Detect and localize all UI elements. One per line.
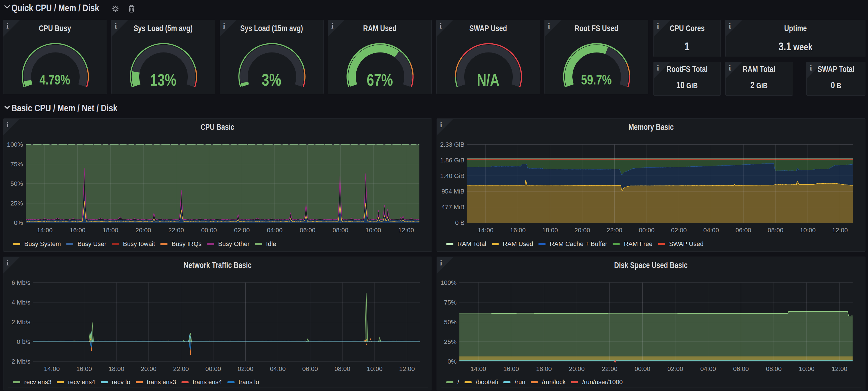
svg-text:04:00: 04:00: [700, 365, 716, 372]
svg-text:02:00: 02:00: [234, 227, 250, 234]
svg-text:20:00: 20:00: [575, 227, 590, 234]
svg-text:14:00: 14:00: [37, 227, 53, 234]
svg-text:12:00: 12:00: [399, 365, 414, 372]
svg-text:18:00: 18:00: [536, 365, 552, 372]
svg-text:20:00: 20:00: [141, 365, 156, 372]
svg-text:1.40 GiB: 1.40 GiB: [440, 172, 465, 180]
svg-text:16:00: 16:00: [70, 227, 85, 234]
svg-text:08:00: 08:00: [334, 365, 350, 372]
svg-text:18:00: 18:00: [108, 365, 124, 372]
svg-text:50%: 50%: [10, 180, 23, 187]
svg-text:00:00: 00:00: [639, 227, 655, 234]
svg-text:16:00: 16:00: [503, 365, 519, 372]
svg-text:6 Mb/s: 6 Mb/s: [11, 279, 30, 286]
svg-text:16:00: 16:00: [76, 365, 92, 372]
svg-text:00:00: 00:00: [201, 227, 217, 234]
svg-text:02:00: 02:00: [671, 227, 687, 234]
svg-text:14:00: 14:00: [44, 365, 60, 372]
svg-text:-2 Mb/s: -2 Mb/s: [9, 358, 30, 365]
svg-text:18:00: 18:00: [102, 227, 118, 234]
svg-text:954 MiB: 954 MiB: [441, 188, 465, 195]
svg-text:22:00: 22:00: [602, 365, 617, 372]
svg-text:10:00: 10:00: [799, 365, 814, 372]
svg-text:12:00: 12:00: [398, 227, 414, 234]
svg-text:02:00: 02:00: [668, 365, 683, 372]
svg-text:22:00: 22:00: [168, 227, 184, 234]
svg-text:04:00: 04:00: [703, 227, 719, 234]
svg-text:10:00: 10:00: [800, 227, 815, 234]
svg-text:16:00: 16:00: [510, 227, 526, 234]
svg-text:0 B: 0 B: [455, 219, 465, 226]
svg-text:4 Mb/s: 4 Mb/s: [11, 299, 30, 306]
svg-text:08:00: 08:00: [768, 227, 783, 234]
svg-text:100%: 100%: [7, 141, 23, 148]
svg-text:10:00: 10:00: [365, 227, 381, 234]
svg-text:12:00: 12:00: [832, 227, 848, 234]
svg-text:14:00: 14:00: [470, 365, 486, 372]
svg-text:20:00: 20:00: [135, 227, 151, 234]
svg-text:08:00: 08:00: [333, 227, 348, 234]
svg-text:04:00: 04:00: [270, 365, 286, 372]
svg-text:06:00: 06:00: [300, 227, 315, 234]
svg-text:08:00: 08:00: [766, 365, 781, 372]
svg-text:02:00: 02:00: [238, 365, 253, 372]
svg-text:10:00: 10:00: [367, 365, 382, 372]
svg-text:25%: 25%: [10, 200, 23, 207]
svg-text:20:00: 20:00: [569, 365, 585, 372]
svg-text:06:00: 06:00: [736, 227, 751, 234]
svg-text:18:00: 18:00: [542, 227, 558, 234]
svg-text:06:00: 06:00: [733, 365, 749, 372]
svg-text:22:00: 22:00: [607, 227, 622, 234]
svg-text:50%: 50%: [444, 319, 457, 326]
svg-text:0 b/s: 0 b/s: [17, 338, 30, 345]
svg-text:2 Mb/s: 2 Mb/s: [11, 319, 30, 326]
svg-text:0%: 0%: [14, 219, 23, 226]
svg-text:22:00: 22:00: [173, 365, 189, 372]
svg-text:06:00: 06:00: [302, 365, 318, 372]
svg-text:2.33 GiB: 2.33 GiB: [440, 141, 465, 148]
svg-text:100%: 100%: [440, 279, 457, 286]
svg-text:75%: 75%: [10, 161, 23, 168]
svg-text:0%: 0%: [447, 358, 457, 365]
svg-text:00:00: 00:00: [634, 365, 650, 372]
svg-text:1.86 GiB: 1.86 GiB: [440, 157, 465, 164]
svg-text:04:00: 04:00: [267, 227, 282, 234]
svg-text:12:00: 12:00: [832, 365, 847, 372]
svg-text:477 MiB: 477 MiB: [441, 204, 465, 211]
svg-text:75%: 75%: [444, 299, 457, 306]
svg-text:25%: 25%: [444, 338, 457, 345]
svg-text:14:00: 14:00: [478, 227, 493, 234]
svg-text:00:00: 00:00: [205, 365, 221, 372]
